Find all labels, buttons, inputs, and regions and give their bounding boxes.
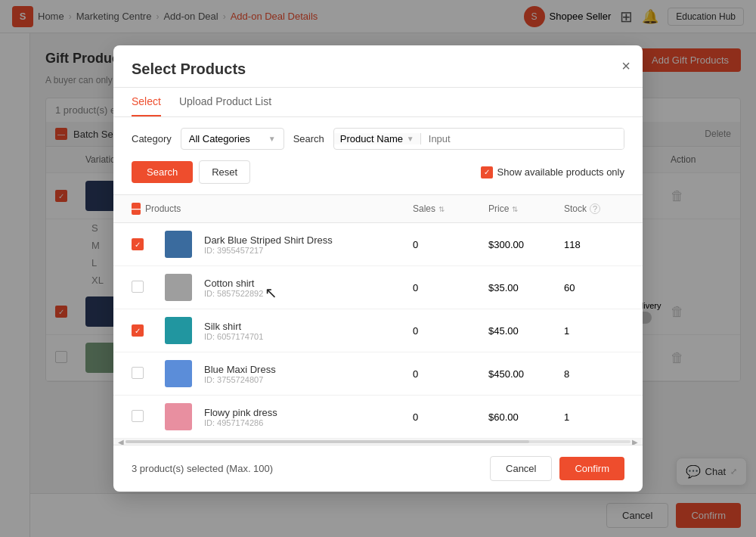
stock-info-icon[interactable]: ? xyxy=(590,203,600,214)
modal-product-row-1: ✓ Dark Blue Striped Shirt Dress ID: 3955… xyxy=(113,223,643,266)
product-5-stock: 1 xyxy=(564,411,624,423)
product-row-2-checkbox[interactable] xyxy=(132,281,144,293)
product-3-thumb xyxy=(165,317,192,344)
product-row-1-checkbox[interactable]: ✓ xyxy=(132,238,144,250)
product-3-id: ID: 6057174701 xyxy=(204,332,263,341)
product-5-thumb xyxy=(165,403,192,430)
product-row-4-checkbox[interactable] xyxy=(132,367,144,379)
product-1-details: Dark Blue Striped Shirt Dress ID: 395545… xyxy=(198,234,333,255)
product-3-info: Silk shirt ID: 6057174701 xyxy=(165,317,413,344)
product-2-thumb xyxy=(165,274,192,301)
scroll-thumb xyxy=(125,440,529,443)
modal-title: Select Products xyxy=(132,61,624,78)
price-col-header: Price ⇅ xyxy=(488,203,564,215)
product-5-name: Flowy pink dress xyxy=(204,407,277,418)
search-button[interactable]: Search xyxy=(132,161,193,183)
select-products-modal: Select Products × Select Upload Product … xyxy=(113,45,643,492)
product-1-price: $300.00 xyxy=(488,239,564,250)
modal-footer: 3 product(s) selected (Max. 100) Cancel … xyxy=(113,445,643,492)
sales-col-header: Sales ⇅ xyxy=(413,203,488,215)
horizontal-scrollbar[interactable]: ◀ ▶ xyxy=(113,439,643,445)
selection-status: 3 product(s) selected (Max. 100) xyxy=(132,463,273,474)
product-2-stock: 60 xyxy=(564,282,624,293)
modal-product-row-3: ✓ Silk shirt ID: 6057174701 0 $45.00 1 xyxy=(113,309,643,352)
modal-actions-row: Search Reset ✓ Show available products o… xyxy=(113,160,643,194)
search-input[interactable] xyxy=(421,129,624,149)
product-3-sales: 0 xyxy=(413,325,488,337)
show-available-checkbox[interactable]: ✓ xyxy=(481,166,493,178)
modal-filters: Category All Categories ▼ Search Product… xyxy=(113,117,643,160)
product-4-details: Blue Maxi Dress ID: 3755724807 xyxy=(198,364,276,384)
category-label: Category xyxy=(132,133,172,144)
product-5-id: ID: 4957174286 xyxy=(204,418,277,427)
search-input-group: Product Name Product ID ▼ xyxy=(333,128,624,150)
product-4-thumb xyxy=(165,360,192,387)
product-2-name: Cotton shirt xyxy=(204,278,263,289)
product-1-stock: 118 xyxy=(564,239,624,250)
product-4-price: $450.00 xyxy=(488,368,564,380)
search-type-container[interactable]: Product Name Product ID ▼ xyxy=(334,133,421,144)
product-4-info: Blue Maxi Dress ID: 3755724807 xyxy=(165,360,413,387)
show-available-container: ✓ Show available products only xyxy=(481,166,624,178)
product-5-details: Flowy pink dress ID: 4957174286 xyxy=(198,407,277,427)
product-5-sales: 0 xyxy=(413,411,488,423)
product-5-price: $60.00 xyxy=(488,411,564,423)
category-select[interactable]: All Categories ▼ xyxy=(181,128,284,150)
product-2-price: $35.00 xyxy=(488,282,564,293)
modal-product-table: — Products Sales ⇅ Price ⇅ Stock ? xyxy=(113,194,643,439)
tab-upload[interactable]: Upload Product List xyxy=(179,88,271,116)
product-2-details: Cotton shirt ID: 5857522892 xyxy=(198,278,263,298)
modal-tabs: Select Upload Product List xyxy=(113,88,643,117)
show-available-label: Show available products only xyxy=(497,166,624,178)
product-1-thumb xyxy=(165,231,192,258)
product-3-name: Silk shirt xyxy=(204,321,263,332)
stock-col-header: Stock ? xyxy=(564,203,624,215)
product-4-stock: 8 xyxy=(564,368,624,380)
reset-button[interactable]: Reset xyxy=(199,160,250,184)
category-chevron: ▼ xyxy=(268,135,276,143)
product-5-info: Flowy pink dress ID: 4957174286 xyxy=(165,403,413,430)
product-3-details: Silk shirt ID: 6057174701 xyxy=(198,321,263,341)
product-row-3-checkbox[interactable]: ✓ xyxy=(132,324,144,337)
search-type-dropdown[interactable]: Product Name Product ID xyxy=(340,133,404,144)
search-label: Search xyxy=(293,133,324,144)
modal-product-row-2: Cotton shirt ID: 5857522892 0 $35.00 60 xyxy=(113,266,643,309)
product-2-sales: 0 xyxy=(413,282,488,293)
product-1-sales: 0 xyxy=(413,239,488,250)
select-all-checkbox[interactable]: — xyxy=(132,203,141,215)
price-sort-icon[interactable]: ⇅ xyxy=(512,205,518,213)
modal-cancel-button[interactable]: Cancel xyxy=(490,456,552,481)
sales-sort-icon[interactable]: ⇅ xyxy=(438,205,445,213)
modal-close-button[interactable]: × xyxy=(621,57,631,75)
product-2-id: ID: 5857522892 xyxy=(204,289,263,298)
product-4-id: ID: 3755724807 xyxy=(204,375,276,384)
tab-select[interactable]: Select xyxy=(132,88,161,116)
product-1-id: ID: 3955457217 xyxy=(204,246,333,255)
product-4-name: Blue Maxi Dress xyxy=(204,364,276,375)
product-1-info: Dark Blue Striped Shirt Dress ID: 395545… xyxy=(165,231,413,258)
product-2-info: Cotton shirt ID: 5857522892 xyxy=(165,274,413,301)
scroll-track[interactable] xyxy=(125,440,631,443)
product-1-name: Dark Blue Striped Shirt Dress xyxy=(204,234,333,246)
category-dropdown[interactable]: All Categories xyxy=(189,133,262,144)
modal-header: Select Products × xyxy=(113,45,643,88)
search-type-chevron: ▼ xyxy=(407,135,414,143)
product-4-sales: 0 xyxy=(413,368,488,380)
modal-table-header: — Products Sales ⇅ Price ⇅ Stock ? xyxy=(113,194,643,223)
product-row-5-checkbox[interactable] xyxy=(132,410,144,422)
modal-confirm-button[interactable]: Confirm xyxy=(559,457,624,480)
product-3-stock: 1 xyxy=(564,325,624,337)
modal-overlay: Select Products × Select Upload Product … xyxy=(0,0,756,537)
product-3-price: $45.00 xyxy=(488,325,564,337)
modal-product-row-4: Blue Maxi Dress ID: 3755724807 0 $450.00… xyxy=(113,352,643,396)
modal-product-row-5: Flowy pink dress ID: 4957174286 0 $60.00… xyxy=(113,396,643,439)
